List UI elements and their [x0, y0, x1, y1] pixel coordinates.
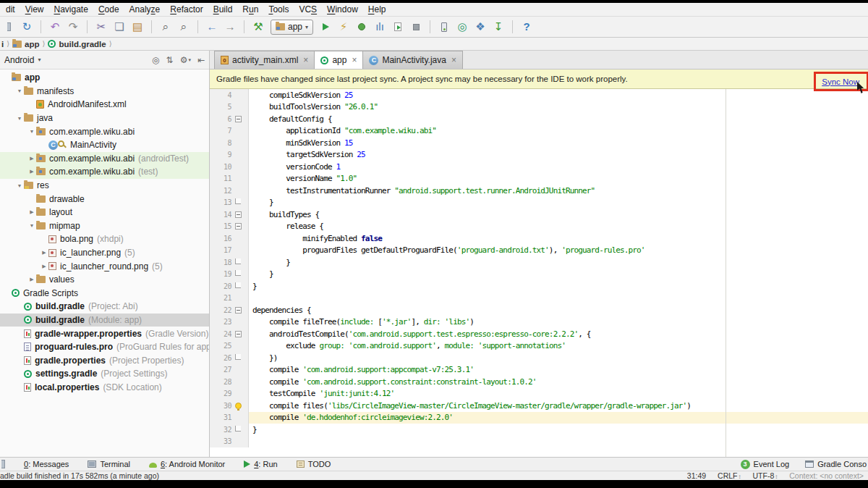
tree-item-com-example-wiku-abi-androidtest[interactable]: ▶com.example.wiku.abi(androidTest) — [0, 152, 209, 166]
fold-marker-icon[interactable] — [235, 331, 242, 337]
menu-dit[interactable]: dit — [1, 4, 20, 14]
expand-arrow-icon[interactable]: ▶ — [27, 169, 36, 174]
tree-item-com-example-wiku-abi-test[interactable]: ▶com.example.wiku.abi(test) — [0, 165, 209, 179]
tab-activity-main-xml[interactable]: activity_main.xml× — [214, 51, 315, 69]
gradle-sync-icon[interactable]: ◎ — [456, 19, 468, 35]
find-icon[interactable]: ⌕ — [160, 19, 171, 35]
attach-debugger-icon[interactable] — [392, 19, 404, 35]
close-icon[interactable]: × — [303, 55, 308, 65]
menu-view[interactable]: View — [20, 4, 49, 14]
build-icon[interactable]: ⚒ — [252, 19, 264, 35]
menu-analyze[interactable]: Analyze — [124, 4, 166, 14]
project-structure-icon[interactable]: ❖ — [475, 19, 486, 35]
tree-item-gradle-wrapper-properties-gradle-version[interactable]: gradle-wrapper.properties(Gradle Version… — [0, 327, 209, 340]
fold-marker-icon[interactable] — [235, 223, 242, 230]
expand-arrow-icon[interactable]: ▶ — [40, 250, 48, 256]
tree-item-gradle-scripts[interactable]: Gradle Scripts — [0, 287, 209, 300]
menu-vcs[interactable]: VCS — [294, 4, 322, 14]
toolwindow-button-gradle-console[interactable]: Gradle Conso — [805, 460, 867, 468]
tree-item-settings-gradle-project-settings[interactable]: settings.gradle(Project Settings) — [0, 367, 209, 381]
tree-item-ic-launcher-png-5[interactable]: ▶ic_launcher.png(5) — [0, 246, 209, 260]
tree-item-local-properties-sdk-location[interactable]: local.properties(SDK Location) — [0, 381, 209, 395]
run-config-select[interactable]: app▾ — [271, 20, 313, 35]
expand-arrow-icon[interactable]: ▶ — [27, 209, 36, 215]
expand-arrow-icon[interactable]: ▶ — [40, 264, 48, 269]
back-icon[interactable]: ← — [206, 19, 218, 35]
intention-bulb-icon[interactable] — [235, 403, 242, 409]
menu-refactor[interactable]: Refactor — [165, 4, 208, 14]
close-icon[interactable]: × — [451, 55, 456, 65]
forward-icon[interactable]: → — [224, 19, 236, 35]
locate-icon[interactable]: ◎ — [152, 55, 159, 65]
toolwindow-button-todo[interactable]: TODO — [297, 460, 331, 468]
toolwindow-anchor[interactable] — [1, 460, 5, 468]
menu-help[interactable]: Help — [363, 4, 391, 14]
menu-tools[interactable]: Tools — [263, 4, 294, 14]
sync-now-link[interactable]: Sync Now — [822, 77, 859, 86]
collapse-all-icon[interactable]: ⇅ — [166, 55, 174, 65]
instant-run-icon[interactable]: ⚡ — [338, 19, 349, 35]
cut-icon[interactable]: ✂ — [95, 19, 107, 35]
avd-manager-icon[interactable] — [438, 19, 450, 35]
menu-navigate[interactable]: Navigate — [49, 4, 93, 14]
settings-gear-icon[interactable]: ⚙▾ — [180, 55, 191, 65]
tree-item-res[interactable]: ▼res — [0, 179, 209, 193]
fold-marker-icon[interactable] — [235, 198, 241, 204]
collapse-arrow-icon[interactable]: ▼ — [27, 129, 36, 134]
copy-icon[interactable]: ❏ — [114, 19, 125, 35]
menu-build[interactable]: Build — [208, 4, 238, 14]
toolwindow-button-event-log[interactable]: 3Event Log — [741, 460, 790, 469]
tree-item-drawable[interactable]: drawable — [0, 192, 209, 206]
toolwindow-button-terminal[interactable]: Terminal — [88, 460, 130, 468]
stop-icon[interactable] — [410, 19, 422, 35]
fold-marker-icon[interactable] — [235, 307, 242, 314]
collapse-arrow-icon[interactable]: ▼ — [27, 223, 36, 228]
menu-run[interactable]: Run — [237, 4, 263, 14]
expand-arrow-icon[interactable]: ▶ — [27, 156, 36, 161]
breadcrumb-build-gradle[interactable]: build.gradle — [48, 40, 106, 49]
fold-marker-icon[interactable] — [235, 116, 242, 122]
help-icon[interactable]: ? — [521, 19, 532, 35]
toolwindow-button-messages[interactable]: 0: Messages — [24, 460, 69, 468]
profiler-icon[interactable]: ılı — [374, 19, 386, 35]
line-separator-indicator[interactable]: CRLF↕ — [718, 471, 741, 480]
fold-marker-icon[interactable] — [235, 258, 241, 264]
paste-icon[interactable]: ▤ — [132, 19, 143, 35]
encoding-indicator[interactable]: UTF-8↕ — [753, 471, 778, 480]
run-icon[interactable] — [320, 19, 331, 35]
sdk-manager-icon[interactable]: ↧ — [493, 19, 504, 35]
toolwindow-button-run[interactable]: 4: Run — [244, 460, 277, 468]
breadcrumb-i[interactable]: i — [1, 40, 4, 49]
collapse-arrow-icon[interactable]: ▼ — [15, 88, 24, 93]
tree-item-app[interactable]: app — [0, 71, 209, 85]
replace-icon[interactable]: ⌕ — [178, 19, 190, 35]
code-editor[interactable]: 4 compileSdkVersion 255 buildToolsVersio… — [210, 89, 868, 457]
breadcrumb-app[interactable]: app — [12, 40, 39, 49]
project-view-selector[interactable]: Android ▾ — [4, 55, 41, 65]
tree-item-manifests[interactable]: ▼manifests — [0, 85, 209, 98]
save-all-icon[interactable] — [3, 19, 14, 35]
tree-item-com-example-wiku-abi[interactable]: ▼com.example.wiku.abi — [0, 125, 209, 138]
tree-item-build-gradle-module-app[interactable]: build.gradle(Module: app) — [0, 314, 209, 327]
fold-marker-icon[interactable] — [235, 211, 242, 218]
menu-window[interactable]: Window — [322, 4, 363, 14]
fold-marker-icon[interactable] — [235, 270, 241, 276]
tree-item-build-gradle-project-abi[interactable]: build.gradle(Project: Abi) — [0, 300, 209, 314]
fold-marker-icon[interactable] — [235, 354, 241, 360]
caret-position[interactable]: 31:49 — [687, 471, 706, 480]
collapse-arrow-icon[interactable]: ▼ — [15, 116, 24, 121]
tree-item-androidmanifest-xml[interactable]: AndroidManifest.xml — [0, 98, 209, 112]
tab-mainactivity-java[interactable]: MainActivity.java× — [363, 51, 463, 69]
fold-marker-icon[interactable] — [235, 426, 241, 432]
tab-app[interactable]: app× — [315, 51, 363, 69]
tree-item-bola-png-xhdpi[interactable]: bola.png(xhdpi) — [0, 232, 209, 246]
tree-item-values[interactable]: ▶values — [0, 273, 209, 287]
undo-icon[interactable]: ↶ — [49, 19, 61, 35]
expand-arrow-icon[interactable]: ▶ — [27, 277, 36, 282]
tree-item-proguard-rules-pro-proguard-rules-for-app[interactable]: proguard-rules.pro(ProGuard Rules for ap… — [0, 340, 209, 354]
menu-code[interactable]: Code — [93, 4, 124, 14]
tree-item-ic-launcher-round-png-5[interactable]: ▶ic_launcher_round.png(5) — [0, 259, 209, 273]
close-icon[interactable]: × — [352, 55, 357, 65]
tree-item-mainactivity[interactable]: MainActivity — [0, 138, 209, 152]
toolwindow-button-android-monitor[interactable]: 6: Android Monitor — [149, 460, 225, 468]
